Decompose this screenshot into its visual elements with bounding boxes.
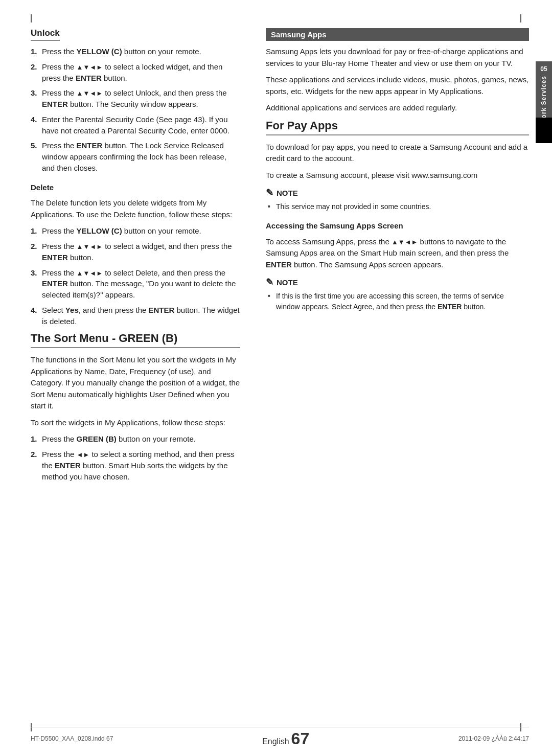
note-section-1: ✎ NOTE This service may not provided in …	[266, 187, 529, 212]
delete-section: Delete The Delete function lets you dele…	[31, 182, 240, 327]
chapter-number: 05	[540, 65, 547, 73]
note-label-1: NOTE	[277, 189, 298, 197]
unlock-step-5: 5.Press the ENTER button. The Lock Servi…	[31, 140, 240, 173]
delete-step-1: 1.Press the YELLOW (C) button on your re…	[31, 225, 240, 237]
side-tab-accent	[536, 118, 552, 143]
delete-step-2: 2.Press the ▲▼◄► to select a widget, and…	[31, 241, 240, 263]
sort-menu-section: The Sort Menu - GREEN (B) The functions …	[31, 332, 240, 482]
accessing-para1: To access Samsung Apps, press the ▲▼◄► b…	[266, 236, 529, 271]
delete-step-4: 4.Select Yes, and then press the ENTER b…	[31, 305, 240, 327]
sort-menu-sub-intro: To sort the widgets in My Applications, …	[31, 417, 240, 429]
sort-step-1: 1.Press the GREEN (B) button on your rem…	[31, 433, 240, 445]
unlock-step-1: 1.Press the YELLOW (C) button on your re…	[31, 46, 240, 57]
unlock-step-3: 3.Press the ▲▼◄► to select Unlock, and t…	[31, 87, 240, 110]
samsung-apps-section: Samsung Apps Samsung Apps lets you downl…	[266, 28, 529, 114]
unlock-section: Unlock 1.Press the YELLOW (C) button on …	[31, 28, 240, 174]
unlock-step-2: 2.Press the ▲▼◄► to select a locked widg…	[31, 61, 240, 84]
for-pay-apps-section: For Pay Apps To download for pay apps, y…	[266, 119, 529, 181]
for-pay-apps-para1: To download for pay apps, you need to cr…	[266, 142, 529, 165]
sort-menu-intro: The functions in the Sort Menu let you s…	[31, 354, 240, 412]
note-header-1: ✎ NOTE	[266, 187, 529, 198]
samsung-apps-para2: These applications and services include …	[266, 74, 529, 97]
note-label-2: NOTE	[277, 278, 298, 287]
samsung-apps-para1: Samsung Apps lets you download for pay o…	[266, 46, 529, 69]
main-content: Unlock 1.Press the YELLOW (C) button on …	[31, 28, 529, 725]
for-pay-apps-heading: For Pay Apps	[266, 119, 529, 135]
page-container: 05 Network Services Unlock 1.Press the Y…	[0, 0, 552, 756]
border-top-left	[31, 14, 32, 22]
note-item-1-1: This service may not provided in some co…	[266, 201, 529, 212]
note-section-2: ✎ NOTE If this is the first time you are…	[266, 277, 529, 312]
footer-left: HT-D5500_XAA_0208.indd 67	[31, 735, 113, 742]
english-label: English	[262, 737, 289, 746]
note-icon-1: ✎	[266, 187, 273, 198]
page-number-area: English 67	[262, 730, 309, 747]
delete-heading: Delete	[31, 182, 240, 194]
footer: HT-D5500_XAA_0208.indd 67 English 67 201…	[31, 727, 529, 747]
note-header-2: ✎ NOTE	[266, 277, 529, 288]
unlock-steps: 1.Press the YELLOW (C) button on your re…	[31, 46, 240, 174]
right-column: Samsung Apps Samsung Apps lets you downl…	[256, 28, 529, 725]
sort-menu-heading: The Sort Menu - GREEN (B)	[31, 332, 240, 348]
samsung-apps-para3: Additional applications and services are…	[266, 102, 529, 114]
delete-intro: The Delete function lets you delete widg…	[31, 197, 240, 220]
samsung-apps-heading: Samsung Apps	[266, 28, 529, 41]
unlock-step-4: 4.Enter the Parental Security Code (See …	[31, 114, 240, 136]
footer-right: 2011-02-09 ¿ÀÀû 2:44:17	[458, 735, 529, 742]
accessing-heading: Accessing the Samsung Apps Screen	[266, 220, 529, 232]
accessing-section: Accessing the Samsung Apps Screen To acc…	[266, 220, 529, 270]
border-top-right	[520, 14, 521, 22]
sort-step-2: 2.Press the ◄► to select a sorting metho…	[31, 449, 240, 482]
note-item-2-1: If this is the first time you are access…	[266, 291, 529, 312]
note-icon-2: ✎	[266, 277, 273, 288]
sort-menu-steps: 1.Press the GREEN (B) button on your rem…	[31, 433, 240, 482]
for-pay-apps-para2: To create a Samsung account, please visi…	[266, 170, 529, 181]
left-column: Unlock 1.Press the YELLOW (C) button on …	[31, 28, 256, 725]
page-number: 67	[291, 730, 310, 747]
delete-step-3: 3.Press the ▲▼◄► to select Delete, and t…	[31, 267, 240, 301]
unlock-heading: Unlock	[31, 28, 60, 41]
delete-steps: 1.Press the YELLOW (C) button on your re…	[31, 225, 240, 327]
